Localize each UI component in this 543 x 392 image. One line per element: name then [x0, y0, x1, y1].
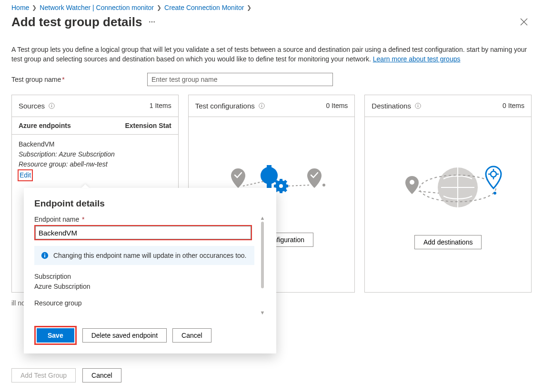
info-icon[interactable]: [415, 103, 421, 109]
source-item-resource-group: Resource group: abell-nw-test: [19, 159, 171, 169]
info-icon[interactable]: [259, 103, 265, 109]
source-item: BackendVM Subscription: Azure Subscripti…: [12, 135, 178, 181]
sources-title: Sources: [19, 102, 45, 110]
delete-endpoint-button[interactable]: Delete saved endpoint: [82, 328, 167, 343]
scroll-thumb[interactable]: [261, 222, 264, 288]
test-group-name-field: Test group name*: [11, 73, 532, 86]
sources-columns: Azure endpoints Extension Stat: [12, 117, 178, 135]
test-group-name-label: Test group name*: [11, 76, 147, 83]
info-icon[interactable]: [49, 103, 55, 109]
svg-point-26: [410, 180, 414, 185]
endpoint-name-label: Endpoint name *: [34, 216, 254, 223]
popover-actions: Save Delete saved endpoint Cancel: [34, 326, 266, 345]
svg-point-19: [322, 184, 325, 186]
tests-panel-header: Test configurations 0 Items: [189, 95, 355, 117]
endpoint-details-popover: Endpoint details Endpoint name * Changin…: [24, 188, 276, 353]
subscription-label: Subscription: [34, 272, 254, 282]
svg-rect-21: [418, 105, 418, 107]
breadcrumb: Home ❯ Network Watcher | Connection moni…: [0, 0, 543, 13]
svg-point-16: [279, 184, 283, 188]
info-text: Changing this endpoint name will update …: [53, 252, 246, 259]
cancel-endpoint-button[interactable]: Cancel: [172, 328, 211, 343]
dest-count: 0 Items: [503, 102, 524, 109]
destinations-illustration: [386, 160, 510, 222]
svg-line-13: [284, 189, 286, 191]
breadcrumb-network-watcher[interactable]: Network Watcher | Connection monitor: [40, 4, 154, 11]
intro-text: A Test group lets you define a logical g…: [11, 45, 532, 64]
scroll-down-icon: ▼: [260, 310, 265, 315]
svg-line-32: [419, 191, 439, 193]
resource-group-label: Resource group: [34, 298, 254, 308]
svg-rect-34: [44, 255, 45, 257]
edit-source-link[interactable]: Edit: [20, 171, 31, 179]
page-title: Add test group details: [11, 15, 142, 29]
tests-count: 0 Items: [326, 102, 348, 109]
svg-rect-35: [44, 254, 45, 255]
tests-title: Test configurations: [195, 102, 255, 110]
more-icon[interactable]: ⋯: [149, 18, 156, 26]
footer-actions: Add Test Group Cancel: [11, 368, 121, 382]
chevron-right-icon: ❯: [32, 4, 37, 11]
sources-panel-header: Sources 1 Items: [12, 95, 178, 117]
svg-point-25: [493, 192, 496, 195]
popover-scrollbar[interactable]: ▲ ▼: [259, 216, 266, 315]
col-extension-status: Extension Stat: [125, 122, 171, 129]
close-button[interactable]: [516, 14, 532, 29]
svg-rect-4: [261, 105, 262, 107]
svg-line-17: [243, 181, 264, 186]
popover-tip: [81, 184, 90, 188]
add-destinations-button[interactable]: Add destinations: [414, 235, 482, 249]
chevron-right-icon: ❯: [247, 4, 251, 11]
scroll-up-icon: ▲: [260, 216, 265, 221]
source-item-subscription: Subscription: Azure Subscription: [19, 149, 171, 159]
endpoint-name-input[interactable]: [35, 226, 251, 239]
subscription-value: Azure Subscription: [34, 282, 254, 292]
svg-line-12: [276, 181, 278, 183]
svg-line-15: [284, 181, 286, 183]
title-bar: Add test group details ⋯: [0, 13, 543, 38]
svg-line-18: [288, 185, 310, 186]
cancel-button[interactable]: Cancel: [82, 368, 121, 382]
close-icon: [520, 18, 528, 26]
learn-more-link[interactable]: Learn more about test groups: [373, 55, 461, 63]
svg-rect-5: [261, 104, 262, 105]
col-azure-endpoints: Azure endpoints: [19, 122, 125, 129]
svg-rect-22: [418, 104, 418, 105]
popover-title: Endpoint details: [34, 198, 266, 209]
add-test-group-button[interactable]: Add Test Group: [11, 368, 76, 382]
test-group-name-input[interactable]: [147, 73, 333, 86]
destinations-panel: Destinations 0 Items: [364, 95, 532, 293]
source-item-name: BackendVM: [19, 139, 171, 149]
svg-rect-6: [267, 165, 272, 188]
breadcrumb-home[interactable]: Home: [11, 4, 29, 11]
info-icon: [41, 252, 49, 259]
info-callout: Changing this endpoint name will update …: [34, 246, 254, 265]
chevron-right-icon: ❯: [157, 4, 161, 11]
sources-count: 1 Items: [150, 102, 171, 109]
dest-panel-header: Destinations 0 Items: [365, 95, 531, 117]
save-button[interactable]: Save: [37, 328, 74, 343]
svg-rect-1: [51, 105, 52, 107]
breadcrumb-create-cm[interactable]: Create Connection Monitor: [164, 4, 244, 11]
svg-rect-2: [51, 104, 52, 105]
dest-title: Destinations: [372, 102, 411, 110]
